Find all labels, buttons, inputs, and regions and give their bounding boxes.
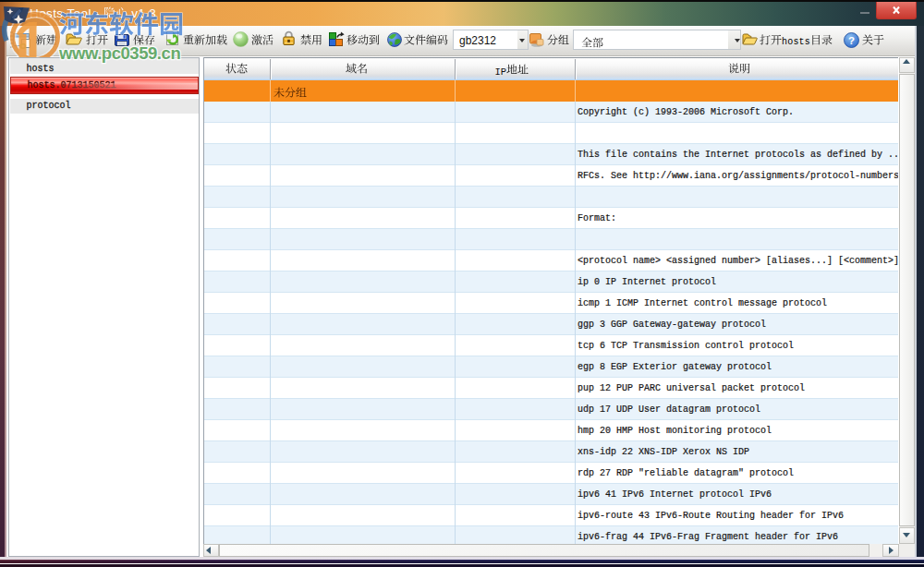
svg-text:?: ?: [848, 35, 855, 46]
